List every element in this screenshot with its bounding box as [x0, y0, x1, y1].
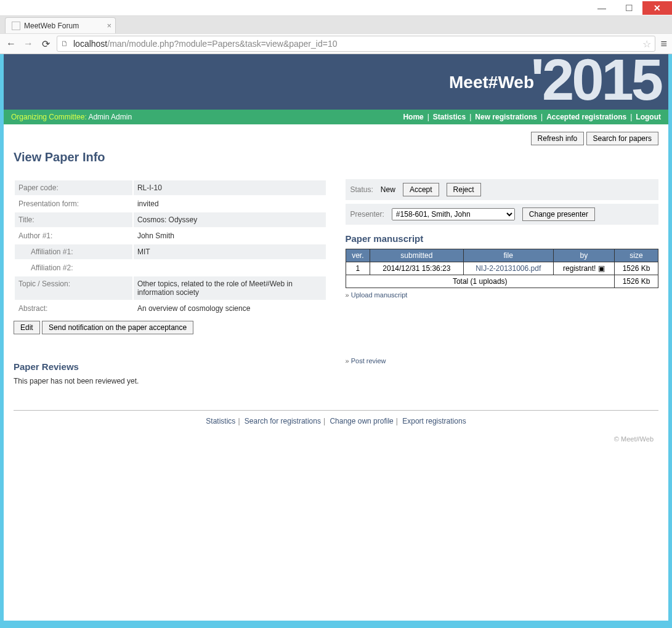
os-titlebar: — ☐ ✕	[0, 0, 672, 16]
footer-search-registrations[interactable]: Search for registrations	[245, 417, 321, 425]
role-label: Organizing Committee:	[11, 113, 88, 121]
total-size: 1526 Kb	[615, 275, 658, 288]
reload-icon[interactable]: ⟳	[39, 38, 52, 50]
reviews-empty-text: This paper has not been reviewed yet.	[14, 377, 327, 385]
edit-button[interactable]: Edit	[14, 321, 40, 334]
nav-new-registrations[interactable]: New registrations	[475, 113, 537, 121]
search-papers-button[interactable]: Search for papers	[586, 132, 658, 145]
back-icon[interactable]: ←	[5, 38, 17, 49]
value-form: invited	[134, 196, 326, 211]
url-path: /man/module.php?module=Papers&task=view&…	[107, 39, 337, 49]
banner-title: Meet#Web	[449, 73, 534, 92]
footer-change-profile[interactable]: Change own profile	[330, 417, 393, 425]
col-by: by	[553, 249, 614, 262]
paper-info-table: Paper code:RL-I-10 Presentation form:inv…	[14, 179, 327, 317]
presenter-row: Presenter: #158-601, Smith, John Change …	[346, 204, 659, 225]
page-icon	[12, 22, 20, 30]
col-size: size	[615, 249, 658, 262]
tab-strip: MeetWeb Forum ×	[0, 16, 672, 33]
refresh-button[interactable]: Refresh info	[531, 132, 585, 145]
total-label: Total (1 uploads)	[346, 275, 615, 288]
col-file: file	[463, 249, 553, 262]
reject-button[interactable]: Reject	[447, 183, 481, 196]
user-name: Admin Admin	[88, 113, 132, 121]
presenter-label: Presenter:	[350, 210, 384, 219]
value-author: John Smith	[134, 228, 326, 243]
status-value: New	[381, 185, 395, 194]
cell-ver: 1	[346, 262, 370, 275]
accept-button[interactable]: Accept	[403, 183, 439, 196]
divider	[14, 410, 658, 411]
upload-manuscript-link[interactable]: Upload manuscript	[351, 291, 408, 299]
nav-home[interactable]: Home	[403, 113, 423, 121]
banner-year: '2015	[531, 54, 661, 113]
forward-icon[interactable]: →	[22, 38, 34, 49]
manuscript-heading: Paper manuscript	[346, 233, 659, 244]
page-title: View Paper Info	[14, 150, 658, 164]
nav-logout[interactable]: Logout	[636, 113, 661, 121]
cell-size: 1526 Kb	[615, 262, 658, 275]
presenter-select[interactable]: #158-601, Smith, John	[392, 208, 515, 220]
cell-by: registrant! ▣	[553, 262, 614, 275]
value-affil1: MIT	[134, 244, 326, 259]
col-ver: ver.	[346, 249, 370, 262]
page-icon: 🗋	[61, 39, 70, 48]
user-info: Organizing Committee: Admin Admin	[11, 113, 132, 121]
menu-icon[interactable]: ≡	[660, 38, 667, 50]
footer-export-registrations[interactable]: Export registrations	[402, 417, 466, 425]
bookmark-icon[interactable]: ☆	[642, 38, 651, 50]
label-abstract: Abstract:	[15, 301, 132, 316]
tab-title: MeetWeb Forum	[24, 22, 79, 30]
maximize-button[interactable]: ☐	[615, 1, 642, 15]
label-paper-code: Paper code:	[15, 180, 132, 195]
status-label: Status:	[350, 185, 373, 194]
footer-statistics[interactable]: Statistics	[206, 417, 235, 425]
label-affil1: Affiliation #1:	[15, 244, 132, 259]
manuscript-table: ver. submitted file by size 1 2014/12/31…	[346, 249, 659, 288]
footer-links: Statistics| Search for registrations| Ch…	[14, 417, 658, 425]
close-button[interactable]: ✕	[642, 1, 672, 15]
table-total-row: Total (1 uploads) 1526 Kb	[346, 275, 658, 288]
url-host: localhost	[73, 39, 107, 49]
value-abstract: An overview of cosmology science	[134, 301, 326, 316]
send-notification-button[interactable]: Send notification on the paper acceptanc…	[42, 321, 193, 334]
label-author: Author #1:	[15, 228, 132, 243]
label-title: Title:	[15, 212, 132, 227]
browser-tab[interactable]: MeetWeb Forum ×	[5, 17, 116, 33]
table-row: 1 2014/12/31 15:36:23 NIJ-2-20131006.pdf…	[346, 262, 658, 275]
col-submitted: submitted	[370, 249, 463, 262]
minimize-button[interactable]: —	[588, 1, 615, 15]
cell-submitted: 2014/12/31 15:36:23	[370, 262, 463, 275]
reviews-heading: Paper Reviews	[14, 361, 327, 372]
label-form: Presentation form:	[15, 196, 132, 211]
status-row: Status: New Accept Reject	[346, 179, 659, 200]
value-affil2	[134, 260, 326, 275]
label-topic: Topic / Session:	[15, 276, 132, 300]
change-presenter-button[interactable]: Change presenter	[522, 207, 595, 221]
value-title: Cosmos: Odyssey	[134, 212, 326, 227]
post-review-link[interactable]: Post review	[351, 357, 386, 364]
label-affil2: Affiliation #2:	[15, 260, 132, 275]
url-bar[interactable]: 🗋 localhost/man/module.php?module=Papers…	[57, 36, 655, 52]
value-paper-code: RL-I-10	[134, 180, 326, 195]
nav-accepted-registrations[interactable]: Accepted registrations	[546, 113, 626, 121]
nav-statistics[interactable]: Statistics	[433, 113, 466, 121]
browser-toolbar: ← → ⟳ 🗋 localhost/man/module.php?module=…	[0, 33, 672, 54]
copyright: © Meet#Web	[14, 435, 658, 443]
manuscript-file-link[interactable]: NIJ-2-20131006.pdf	[476, 264, 541, 273]
value-topic: Other topics, related to the role of Mee…	[134, 276, 326, 300]
close-icon[interactable]: ×	[107, 21, 111, 30]
banner: Meet#Web '2015	[4, 54, 668, 110]
